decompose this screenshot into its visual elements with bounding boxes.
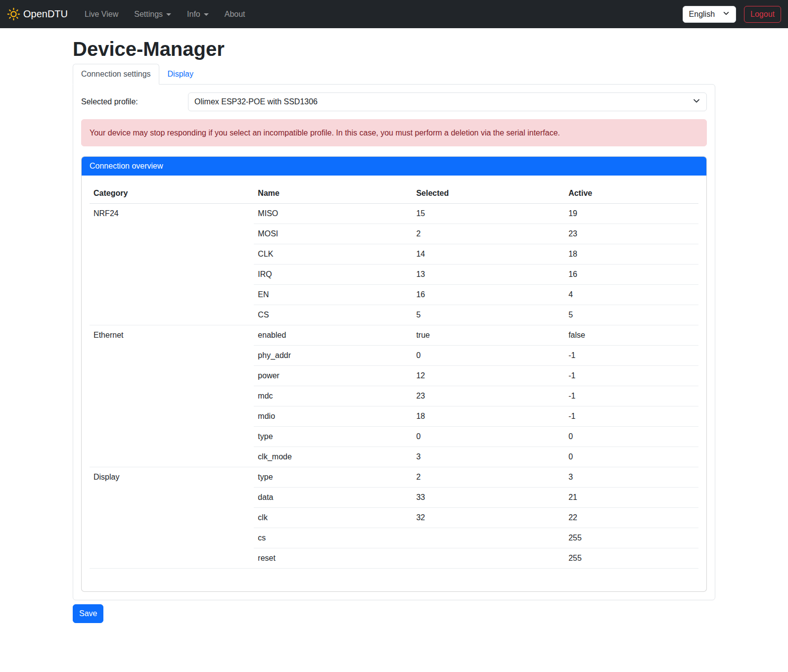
nav-links: Live View Settings Info About: [77, 6, 253, 23]
logout-button[interactable]: Logout: [744, 6, 781, 23]
selected-cell: [412, 528, 564, 548]
active-cell: 5: [564, 305, 698, 325]
name-cell: enabled: [254, 325, 412, 346]
chevron-down-icon: [723, 10, 730, 19]
selected-profile-row: Selected profile: Olimex ESP32-POE with …: [81, 92, 707, 111]
navbar-right: English Logout: [683, 6, 781, 23]
column-header-active: Active: [564, 183, 698, 204]
nav-item-label: Info: [187, 10, 200, 19]
profile-select[interactable]: Olimex ESP32-POE with SSD1306: [188, 92, 707, 111]
chevron-down-icon: [693, 97, 700, 107]
active-cell: 4: [564, 285, 698, 305]
brand-link[interactable]: OpenDTU: [7, 7, 68, 21]
active-cell: 23: [564, 224, 698, 244]
active-cell: 16: [564, 265, 698, 285]
active-cell: 18: [564, 244, 698, 265]
tab-bar: Connection settings Display: [73, 64, 715, 85]
name-cell: cs: [254, 528, 412, 548]
tab-display[interactable]: Display: [159, 64, 202, 85]
category-cell: Ethernet: [90, 325, 254, 467]
active-cell: false: [564, 325, 698, 346]
save-button[interactable]: Save: [73, 604, 103, 623]
table-row: Ethernetenabledtruefalse: [90, 325, 698, 346]
active-cell: -1: [564, 346, 698, 366]
selected-cell: 2: [412, 224, 564, 244]
active-cell: 22: [564, 508, 698, 528]
name-cell: data: [254, 488, 412, 508]
selected-cell: 14: [412, 244, 564, 265]
selected-cell: 33: [412, 488, 564, 508]
selected-cell: 32: [412, 508, 564, 528]
nav-item-settings[interactable]: Settings: [126, 6, 179, 23]
caret-down-icon: [204, 13, 209, 16]
column-header-selected: Selected: [412, 183, 564, 204]
selected-cell: 15: [412, 204, 564, 224]
name-cell: clk: [254, 508, 412, 528]
connection-overview-header: Connection overview: [82, 157, 706, 176]
table-header-row: Category Name Selected Active: [90, 183, 698, 204]
selected-cell: true: [412, 325, 564, 346]
name-cell: reset: [254, 548, 412, 569]
name-cell: CS: [254, 305, 412, 325]
category-cell: Display: [90, 467, 254, 569]
name-cell: IRQ: [254, 265, 412, 285]
selected-cell: 0: [412, 427, 564, 447]
selected-cell: 5: [412, 305, 564, 325]
sun-icon: [7, 7, 20, 21]
language-select-value: English: [689, 10, 715, 19]
selected-cell: 13: [412, 265, 564, 285]
nav-item-live-view[interactable]: Live View: [77, 6, 126, 23]
main-content: Device-Manager Connection settings Displ…: [73, 37, 715, 623]
nav-item-about[interactable]: About: [217, 6, 253, 23]
table-row: NRF24MISO1519: [90, 204, 698, 224]
incompatible-profile-warning: Your device may stop responding if you s…: [81, 119, 707, 146]
selected-cell: 18: [412, 406, 564, 427]
name-cell: MOSI: [254, 224, 412, 244]
name-cell: phy_addr: [254, 346, 412, 366]
column-header-category: Category: [90, 183, 254, 204]
name-cell: power: [254, 366, 412, 386]
profile-select-value: Olimex ESP32-POE with SSD1306: [194, 97, 318, 106]
active-cell: 3: [564, 467, 698, 488]
tab-content-panel: Selected profile: Olimex ESP32-POE with …: [73, 84, 715, 600]
active-cell: -1: [564, 386, 698, 406]
brand-label: OpenDTU: [23, 8, 68, 20]
active-cell: 255: [564, 548, 698, 569]
name-cell: MISO: [254, 204, 412, 224]
tab-connection-settings[interactable]: Connection settings: [73, 64, 159, 85]
active-cell: 0: [564, 447, 698, 467]
navbar: OpenDTU Live View Settings Info About En…: [0, 0, 788, 28]
name-cell: type: [254, 467, 412, 488]
selected-cell: 16: [412, 285, 564, 305]
overview-table-body: NRF24MISO1519MOSI223CLK1418IRQ1316EN164C…: [90, 204, 698, 569]
name-cell: clk_mode: [254, 447, 412, 467]
selected-cell: 0: [412, 346, 564, 366]
name-cell: mdio: [254, 406, 412, 427]
nav-item-label: About: [225, 10, 245, 19]
selected-cell: [412, 548, 564, 569]
name-cell: mdc: [254, 386, 412, 406]
name-cell: CLK: [254, 244, 412, 265]
selected-cell: 23: [412, 386, 564, 406]
nav-item-label: Settings: [134, 10, 163, 19]
language-select[interactable]: English: [683, 6, 736, 23]
name-cell: EN: [254, 285, 412, 305]
active-cell: 0: [564, 427, 698, 447]
selected-cell: 3: [412, 447, 564, 467]
nav-item-label: Live View: [85, 10, 118, 19]
name-cell: type: [254, 427, 412, 447]
selected-cell: 2: [412, 467, 564, 488]
nav-item-info[interactable]: Info: [179, 6, 217, 23]
active-cell: -1: [564, 366, 698, 386]
selected-profile-label: Selected profile:: [81, 97, 188, 106]
active-cell: -1: [564, 406, 698, 427]
active-cell: 255: [564, 528, 698, 548]
active-cell: 19: [564, 204, 698, 224]
connection-overview-card: Connection overview Category Name Select…: [81, 156, 707, 592]
connection-overview-table: Category Name Selected Active NRF24MISO1…: [90, 183, 698, 569]
selected-cell: 12: [412, 366, 564, 386]
column-header-name: Name: [254, 183, 412, 204]
category-cell: NRF24: [90, 204, 254, 325]
table-row: Displaytype23: [90, 467, 698, 488]
caret-down-icon: [166, 13, 171, 16]
